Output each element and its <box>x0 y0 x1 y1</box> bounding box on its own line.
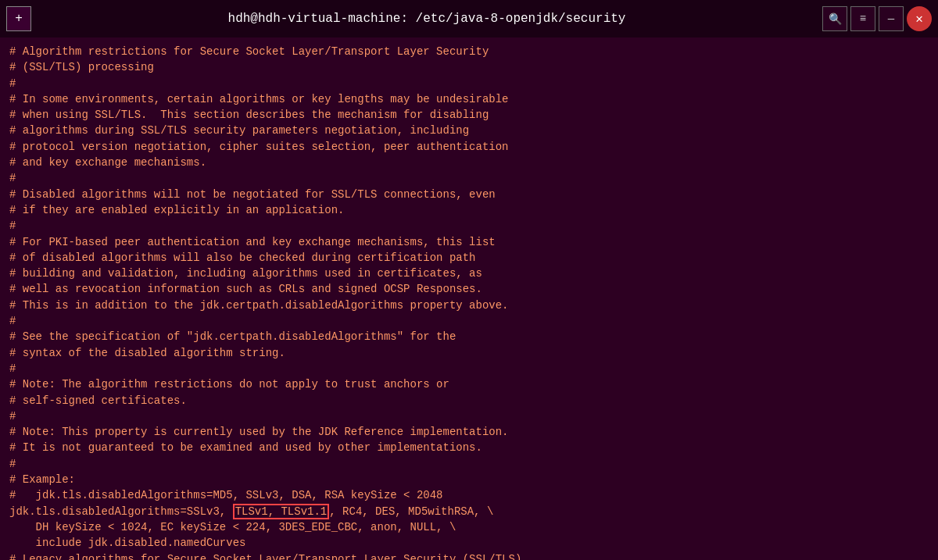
line-12: # <box>9 218 929 234</box>
line-8: # and key exchange mechanisms. <box>9 155 929 170</box>
line-31: DH keySize < 1024, EC keySize < 224, 3DE… <box>9 519 929 535</box>
search-button[interactable]: 🔍 <box>822 6 847 31</box>
line-11: # if they are enabled explicitly in an a… <box>9 202 929 218</box>
menu-icon: ≡ <box>860 12 866 25</box>
line-10: # Disabled algorithms will not be negoti… <box>9 187 929 202</box>
line-18: # <box>9 313 929 329</box>
line-15: # building and validation, including alg… <box>9 266 929 281</box>
line-17: # This is in addition to the jdk.certpat… <box>9 298 929 313</box>
titlebar-left: + <box>6 6 31 31</box>
new-tab-button[interactable]: + <box>6 6 31 31</box>
line-27: # <box>9 456 929 472</box>
line-23: # self-signed certificates. <box>9 393 929 408</box>
titlebar-controls: 🔍 ≡ — ✕ <box>822 6 932 31</box>
line-1: # Algorithm restrictions for Secure Sock… <box>9 44 929 59</box>
line-20: # syntax of the disabled algorithm strin… <box>9 345 929 361</box>
line-25: # Note: This property is currently used … <box>9 424 929 440</box>
minimize-icon: — <box>888 12 894 25</box>
line-30: jdk.tls.disabledAlgorithms=SSLv3, TLSv1,… <box>9 504 929 519</box>
titlebar: + hdh@hdh-virtual-machine: /etc/java-8-o… <box>0 0 938 37</box>
line-19: # See the specification of "jdk.certpath… <box>9 329 929 344</box>
line-34: # Legacy algorithms for Secure Socket La… <box>9 551 929 561</box>
line-28: # Example: <box>9 472 929 487</box>
line-7: # protocol version negotiation, cipher s… <box>9 139 929 155</box>
plus-icon: + <box>15 12 23 26</box>
close-button[interactable]: ✕ <box>907 6 932 31</box>
line-3: # <box>9 76 929 91</box>
line-32: include jdk.disabled.namedCurves <box>9 535 929 551</box>
line-9: # <box>9 170 929 186</box>
close-icon: ✕ <box>915 11 923 27</box>
minimize-button[interactable]: — <box>879 6 904 31</box>
line-26: # It is not guaranteed to be examined an… <box>9 440 929 455</box>
line-6: # algorithms during SSL/TLS security par… <box>9 123 929 138</box>
terminal-window: + hdh@hdh-virtual-machine: /etc/java-8-o… <box>0 0 938 560</box>
line-13: # For PKI-based peer authentication and … <box>9 234 929 250</box>
line-4: # In some environments, certain algorith… <box>9 91 929 107</box>
line-2: # (SSL/TLS) processing <box>9 59 929 75</box>
line-16: # well as revocation information such as… <box>9 281 929 297</box>
line-22: # Note: The algorithm restrictions do no… <box>9 376 929 392</box>
terminal-content: # Algorithm restrictions for Secure Sock… <box>0 37 938 560</box>
search-icon: 🔍 <box>829 12 842 26</box>
line-29: # jdk.tls.disabledAlgorithms=MD5, SSLv3,… <box>9 487 929 503</box>
menu-button[interactable]: ≡ <box>850 6 875 31</box>
line-14: # of disabled algorithms will also be ch… <box>9 250 929 266</box>
window-title: hdh@hdh-virtual-machine: /etc/java-8-ope… <box>31 12 822 26</box>
highlighted-algorithms: TLSv1, TLSv1.1 <box>233 504 330 519</box>
line-21: # <box>9 361 929 376</box>
line-5: # when using SSL/TLS. This section descr… <box>9 107 929 123</box>
line-24: # <box>9 408 929 424</box>
